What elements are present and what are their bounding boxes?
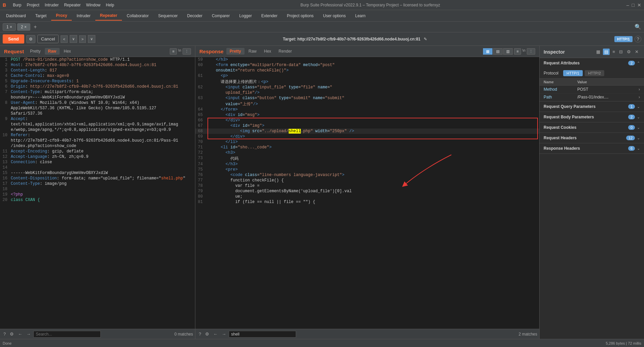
resp-line-74: 74 </h3> [195, 162, 539, 167]
req-headers-header[interactable]: Request Headers 12 ⌄ [540, 133, 644, 143]
req-attrs-header[interactable]: Request Attributes 2 ⌃ [540, 58, 644, 68]
tab-repeater[interactable]: Repeater [95, 11, 122, 21]
req-search-forward-icon[interactable]: → [25, 331, 32, 337]
req-line-13: 13 Connection: close [0, 160, 195, 165]
tab-proxy[interactable]: Proxy [51, 11, 72, 21]
req-tab-pretty[interactable]: Pretty [27, 48, 44, 55]
inspector-split-icon[interactable]: ⊟ [618, 49, 624, 55]
response-tabs: Pretty Raw Hex Render [226, 48, 295, 55]
view-cols-btn[interactable]: ▥ [503, 48, 513, 55]
request-search-input[interactable] [33, 331, 101, 338]
tab-learn[interactable]: Learn [350, 11, 370, 20]
tab-intruder[interactable]: Intruder [72, 11, 95, 20]
resp-line-64: 64 </form> [195, 107, 539, 112]
send-button[interactable]: Send [3, 34, 24, 44]
body-params-title: Request Body Parameters [544, 115, 628, 119]
minimize-btn[interactable]: – [626, 2, 629, 8]
close-btn[interactable]: ✕ [637, 2, 641, 8]
resp-search-settings-icon[interactable]: ⚙ [204, 331, 211, 337]
tab-logger[interactable]: Logger [234, 11, 256, 20]
menu-repeater[interactable]: Repeater [64, 3, 80, 7]
menu-burp[interactable]: Burp [13, 3, 21, 7]
inspector-align-icon[interactable]: ≡ [611, 49, 616, 55]
resp-search-back-icon[interactable]: ← [212, 331, 219, 337]
tab-project-options[interactable]: Project options [282, 11, 318, 20]
req-tab-raw[interactable]: Raw [45, 48, 60, 55]
resp-headers-header[interactable]: Response Headers 6 ⌄ [540, 143, 644, 153]
resp-help-icon[interactable]: ? [197, 331, 202, 337]
subtab-add[interactable]: + [32, 24, 39, 30]
http-badge[interactable]: HTTP/1 [614, 36, 633, 42]
window-controls: – □ ✕ [626, 2, 641, 8]
tab-decoder[interactable]: Decoder [183, 11, 207, 20]
help-button[interactable]: ? [635, 36, 641, 42]
cancel-button[interactable]: Cancel [37, 35, 59, 43]
request-matches: 0 matches [174, 332, 193, 337]
tab-sequencer[interactable]: Sequencer [154, 11, 183, 20]
resp-line-79: 79 document.getElementsByName('upload_fi… [195, 189, 539, 194]
nav-forward-dropdown[interactable]: ∨ [88, 35, 95, 43]
resp-line-66: 66 </div> [195, 118, 539, 123]
request-code-area[interactable]: 1 POST /Pass-01/index.php?action=show_co… [0, 57, 195, 329]
resp-action-list[interactable]: ≡ [514, 48, 521, 55]
body-params-header[interactable]: Request Body Parameters 2 ⌄ [540, 112, 644, 122]
req-search-back-icon[interactable]: ← [17, 331, 24, 337]
inspector-view-list-icon[interactable]: ▦ [595, 49, 602, 55]
inspector-settings-icon[interactable]: ⚙ [625, 49, 632, 55]
tab-extender[interactable]: Extender [257, 11, 282, 20]
resp-tab-render[interactable]: Render [275, 48, 295, 55]
size-text: 5,286 bytes | 72 millis [606, 341, 641, 345]
resp-line-62a: 62 <input class="input_file" type="file"… [195, 85, 539, 90]
resp-action-menu[interactable]: ⋮ [527, 48, 535, 55]
inspector-close-icon[interactable]: ✕ [634, 49, 640, 55]
inspector-body-params: Request Body Parameters 2 ⌄ [540, 112, 644, 122]
attr-method-edit[interactable]: › [635, 86, 644, 93]
menu-project[interactable]: Project [27, 3, 39, 7]
attr-path-edit[interactable]: › [635, 93, 644, 101]
menu-intruder[interactable]: Intruder [45, 3, 59, 7]
req-action-list[interactable]: ≡ [170, 48, 176, 55]
nav-back-dropdown[interactable]: ∨ [70, 35, 77, 43]
cookies-header[interactable]: Request Cookies 0 ⌄ [540, 122, 644, 133]
tab-comparer[interactable]: Comparer [207, 11, 234, 20]
menu-help[interactable]: Help [106, 3, 114, 7]
subtab-1[interactable]: 1 × [3, 23, 16, 31]
search-icon[interactable]: 🔍 [635, 24, 641, 30]
proto-http2-btn[interactable]: HTTP/2 [585, 70, 604, 76]
resp-search-forward-icon[interactable]: → [220, 331, 227, 337]
menu-bar: Burp Project Intruder Repeater Window He… [13, 3, 114, 7]
subtab-2[interactable]: 2 × [17, 23, 30, 31]
req-headers-title: Request Headers [544, 136, 626, 140]
query-params-badge: 1 [628, 104, 635, 109]
view-split-btn[interactable]: ▦ [483, 48, 492, 55]
resp-tab-pretty[interactable]: Pretty [226, 48, 245, 55]
tab-user-options[interactable]: User options [318, 11, 350, 20]
settings-button[interactable]: ⚙ [26, 35, 35, 43]
resp-newline-label: \n [522, 48, 525, 55]
edit-target-icon[interactable]: ✎ [424, 37, 427, 41]
response-search-input[interactable] [229, 331, 296, 338]
tab-collaborator[interactable]: Collaborator [122, 11, 153, 20]
req-action-menu[interactable]: ⋮ [183, 48, 191, 55]
req-help-icon[interactable]: ? [2, 331, 7, 337]
resp-tab-hex[interactable]: Hex [261, 48, 275, 55]
response-header: Response Pretty Raw Hex Render ▦ ▤ ▥ ≡ \… [195, 46, 539, 57]
response-code-area[interactable]: 59 </h3> 60 <form enctype="multipart/for… [195, 57, 539, 329]
menu-window[interactable]: Window [86, 3, 101, 7]
tab-target[interactable]: Target [31, 11, 51, 20]
nav-back-button[interactable]: < [61, 35, 67, 43]
req-line-8c: Safari/537.36 [0, 111, 195, 116]
inspector-view-cols-icon[interactable]: ▤ [603, 49, 610, 55]
resp-headers-title: Response Headers [544, 146, 628, 151]
tab-dashboard[interactable]: Dashboard [1, 11, 31, 20]
nav-forward-button[interactable]: > [79, 35, 86, 43]
resp-tab-raw[interactable]: Raw [245, 48, 260, 55]
query-params-header[interactable]: Request Query Parameters 1 ⌄ [540, 102, 644, 112]
req-tab-hex[interactable]: Hex [60, 48, 74, 55]
main-content: Request Pretty Raw Hex ≡ \n ⋮ 1 POST /Pa… [0, 46, 644, 339]
target-bar: Target: http://27e7b8f2-cfb9-40b7-b7f6-9… [97, 37, 612, 41]
view-rows-btn[interactable]: ▤ [493, 48, 503, 55]
req-search-settings-icon[interactable]: ⚙ [8, 331, 15, 337]
proto-http1-btn[interactable]: HTTP/1 [563, 70, 583, 76]
maximize-btn[interactable]: □ [632, 2, 635, 8]
